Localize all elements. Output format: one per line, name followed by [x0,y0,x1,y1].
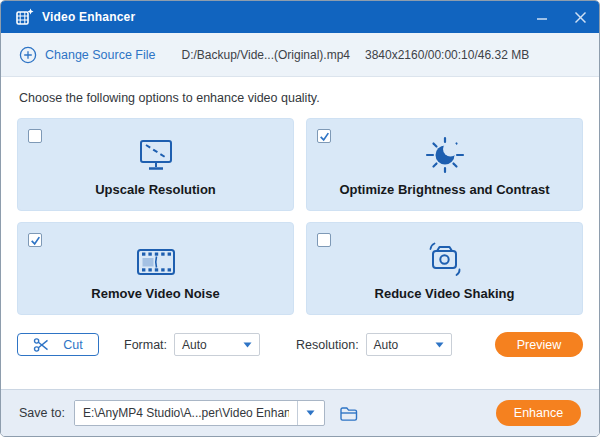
scissors-icon [33,337,50,353]
option-card-optimize-brightness[interactable]: Optimize Brightness and Contrast [306,118,583,211]
save-path-combobox [74,400,325,426]
cut-label: Cut [63,338,82,352]
resolution-select[interactable]: Auto [366,333,452,356]
camera-shake-icon [422,240,468,278]
video-enhancer-window: Video Enhancer Change Source File D:/Bac… [0,0,600,437]
source-file-info: 3840x2160/00:00:10/46.32 MB [365,48,529,62]
monitor-upscale-icon [133,136,179,174]
resolution-label: Resolution: [296,338,359,352]
option-card-reduce-shaking[interactable]: Reduce Video Shaking [306,222,583,315]
minimize-button[interactable] [523,1,561,33]
chevron-down-icon [243,342,252,348]
option-card-upscale-resolution[interactable]: Upscale Resolution [17,118,294,211]
reduce-shaking-checkbox[interactable] [317,233,331,247]
option-label: Upscale Resolution [95,182,216,197]
preview-button[interactable]: Preview [495,332,583,357]
window-buttons [523,1,599,33]
option-label: Reduce Video Shaking [375,286,515,301]
enhance-button[interactable]: Enhance [496,400,581,426]
optimize-brightness-checkbox[interactable] [317,129,331,143]
source-file-path: D:/Backup/Vide...(Original).mp4 [181,48,350,62]
resolution-value: Auto [374,338,399,352]
titlebar: Video Enhancer [1,1,599,33]
chevron-down-icon [435,342,444,348]
save-path-input[interactable] [75,401,297,425]
chevron-down-icon [306,410,315,416]
close-button[interactable] [561,1,599,33]
window-title: Video Enhancer [42,10,135,24]
folder-icon [338,404,359,423]
upscale-resolution-checkbox[interactable] [28,129,42,143]
plus-circle-icon [19,46,37,64]
brightness-sun-icon [424,136,466,174]
save-bar: Save to: Enhance [1,389,599,436]
change-source-file-button[interactable]: Change Source File [19,46,155,64]
controls-row: Cut Format: Auto Resolution: Auto Previe… [17,332,583,357]
options-grid: Upscale Resolution [17,118,583,315]
format-select[interactable]: Auto [174,333,260,356]
instruction-text: Choose the following options to enhance … [19,91,583,105]
option-card-remove-noise[interactable]: Remove Video Noise [17,222,294,315]
browse-folder-button[interactable] [336,400,362,426]
main-content: Choose the following options to enhance … [1,77,599,389]
option-label: Optimize Brightness and Contrast [339,182,549,197]
format-value: Auto [182,338,207,352]
change-source-file-label: Change Source File [45,48,155,62]
format-label: Format: [124,338,167,352]
save-path-dropdown-button[interactable] [297,401,324,425]
filmstrip-icon [133,240,179,278]
cut-button[interactable]: Cut [17,333,99,356]
app-logo-icon [14,7,34,27]
source-file-bar: Change Source File D:/Backup/Vide...(Ori… [1,33,599,77]
save-to-label: Save to: [19,406,65,420]
remove-noise-checkbox[interactable] [28,233,42,247]
option-label: Remove Video Noise [91,286,219,301]
